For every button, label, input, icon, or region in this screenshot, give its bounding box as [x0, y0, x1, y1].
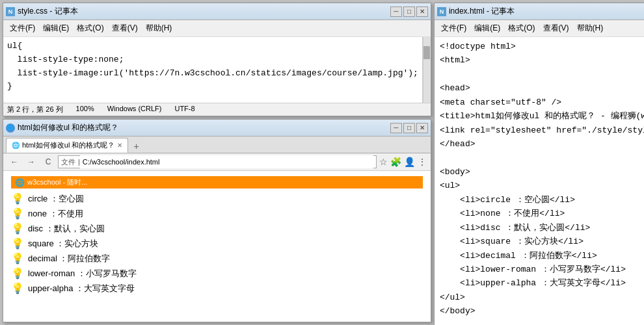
browser-title-buttons: ─ □ ✕ [390, 123, 428, 133]
forward-button[interactable]: → [24, 155, 38, 168]
css-content-area: ul{ list-style-type:none; list-style-ima… [3, 37, 431, 103]
html-notepad-menu: 文件(F) 编辑(E) 格式(O) 查看(V) 帮助(H) [435, 20, 644, 37]
address-prefix: 文件 [61, 157, 75, 167]
html-menu-file[interactable]: 文件(F) [437, 21, 470, 35]
close-button[interactable]: ✕ [416, 6, 428, 17]
right-panel: N index.html - 记事本 ─ □ ✕ 文件(F) 编辑(E) 格式(… [434, 3, 644, 322]
css-zoom: 100% [76, 105, 94, 114]
bulb-icon-4: 💡 [11, 252, 24, 265]
title-buttons: ─ □ ✕ [390, 6, 428, 17]
html-menu-view[interactable]: 查看(V) [539, 21, 573, 35]
list-item: 💡disc ：默认，实心圆 [11, 222, 423, 235]
menu-file[interactable]: 文件(F) [6, 21, 39, 35]
bulb-icon-5: 💡 [11, 267, 24, 280]
browser-title: html如何修改ul 和的格式呢？ [18, 122, 118, 133]
browser-minimize-button[interactable]: ─ [390, 123, 402, 133]
css-encoding: Windows (CRLF) [107, 105, 162, 114]
browser-icon: 🌐 [6, 124, 15, 133]
css-notepad-window: N style.css - 记事本 ─ □ ✕ 文件(F) 编辑(E) 格式(O… [3, 3, 431, 116]
css-notepad-content[interactable]: ul{ list-style-type:none; list-style-ima… [3, 37, 423, 103]
html-notepad-title-bar: N index.html - 记事本 ─ □ ✕ [435, 3, 644, 20]
tab-label: html如何修改ul 和的格式呢？ [22, 140, 114, 150]
html-notepad-icon: N [437, 7, 446, 16]
back-button[interactable]: ← [7, 155, 21, 168]
bulb-icon-6: 💡 [11, 282, 24, 294]
html-menu-help[interactable]: 帮助(H) [573, 21, 608, 35]
list-item: 💡none ：不使用 [11, 207, 423, 220]
bulb-icon-0: 💡 [11, 192, 24, 205]
tab-bar: 🌐 html如何修改ul 和的格式呢？ ✕ + [3, 136, 431, 153]
html-content-area: <!doctype html> <html> <head> <meta char… [435, 37, 644, 325]
left-panel: N style.css - 记事本 ─ □ ✕ 文件(F) 编辑(E) 格式(O… [3, 3, 431, 322]
list-item: 💡circle ：空心圆 [11, 192, 423, 205]
list-item-text-4: decimal ：阿拉伯数字 [28, 253, 110, 265]
menu-view[interactable]: 查看(V) [108, 21, 142, 35]
list-item: 💡decimal ：阿拉伯数字 [11, 252, 423, 265]
bulb-icon-2: 💡 [11, 222, 24, 235]
bulb-icon-3: 💡 [11, 237, 24, 250]
browser-title-bar: 🌐 html如何修改ul 和的格式呢？ ─ □ ✕ [3, 120, 431, 136]
browser-window: 🌐 html如何修改ul 和的格式呢？ ─ □ ✕ 🌐 html如何修改ul 和… [3, 119, 431, 322]
list-item-text-6: upper-alpha ：大写英文字母 [28, 283, 135, 294]
html-notepad-title: index.html - 记事本 [449, 6, 515, 17]
css-scrollbar[interactable] [423, 37, 431, 103]
html-title-bar-left: N index.html - 记事本 [437, 6, 515, 17]
browser-close-button[interactable]: ✕ [416, 123, 428, 133]
list-item-text-5: lower-roman ：小写罗马数字 [28, 268, 137, 280]
list-item-text-1: none ：不使用 [28, 208, 83, 220]
address-input[interactable] [80, 155, 373, 168]
css-charset: UTF-8 [174, 105, 195, 114]
menu-format[interactable]: 格式(O) [73, 21, 107, 35]
menu-icon[interactable]: ⋮ [418, 157, 427, 167]
bulb-icon-1: 💡 [11, 207, 24, 220]
tab-close-icon[interactable]: ✕ [117, 142, 122, 149]
title-bar-left: N style.css - 记事本 [6, 6, 78, 17]
profile-icon[interactable]: 👤 [404, 157, 415, 167]
minimize-button[interactable]: ─ [390, 6, 402, 17]
html-menu-format[interactable]: 格式(O) [504, 21, 539, 35]
list-item-text-2: disc ：默认，实心圆 [28, 223, 105, 235]
active-tab[interactable]: 🌐 html如何修改ul 和的格式呢？ ✕ [6, 138, 128, 153]
html-notepad-window: N index.html - 记事本 ─ □ ✕ 文件(F) 编辑(E) 格式(… [434, 3, 644, 325]
w3c-bar-text: w3cschool - 随时... [27, 177, 87, 187]
browser-title-left: 🌐 html如何修改ul 和的格式呢？ [6, 122, 118, 133]
css-status-bar: 第 2 行，第 26 列 100% Windows (CRLF) UTF-8 [3, 103, 431, 116]
list-item: 💡square ：实心方块 [11, 237, 423, 250]
css-notepad-title-bar: N style.css - 记事本 ─ □ ✕ [3, 3, 431, 20]
extensions-icon[interactable]: 🧩 [390, 157, 401, 167]
browser-content: 🌐 w3cschool - 随时... 💡circle ：空心圆💡none ：不… [3, 171, 431, 322]
css-scroll-thumb[interactable] [423, 46, 430, 59]
list-item-text-3: square ：实心方块 [28, 238, 98, 250]
browser-list: 💡circle ：空心圆💡none ：不使用💡disc ：默认，实心圆💡squa… [11, 192, 423, 294]
bookmark-icon[interactable]: ☆ [379, 157, 388, 167]
menu-edit[interactable]: 编辑(E) [39, 21, 73, 35]
notepad-icon: N [6, 7, 15, 16]
address-bar: ← → C 文件 | ☆ 🧩 👤 ⋮ [3, 153, 431, 171]
w3c-bar: 🌐 w3cschool - 随时... [11, 176, 423, 188]
css-cursor-position: 第 2 行，第 26 列 [7, 105, 63, 114]
tab-add-button[interactable]: + [129, 140, 142, 153]
maximize-button[interactable]: □ [403, 6, 415, 17]
refresh-button[interactable]: C [41, 155, 55, 168]
css-notepad-title: style.css - 记事本 [18, 6, 78, 17]
css-notepad-menu: 文件(F) 编辑(E) 格式(O) 查看(V) 帮助(H) [3, 20, 431, 37]
menu-help[interactable]: 帮助(H) [142, 21, 176, 35]
html-menu-edit[interactable]: 编辑(E) [470, 21, 504, 35]
list-item-text-0: circle ：空心圆 [28, 193, 84, 205]
list-item: 💡upper-alpha ：大写英文字母 [11, 282, 423, 294]
list-item: 💡lower-roman ：小写罗马数字 [11, 267, 423, 280]
html-notepad-content[interactable]: <!doctype html> <html> <head> <meta char… [435, 37, 644, 325]
browser-maximize-button[interactable]: □ [403, 123, 415, 133]
address-icons: ☆ 🧩 👤 ⋮ [379, 157, 427, 167]
